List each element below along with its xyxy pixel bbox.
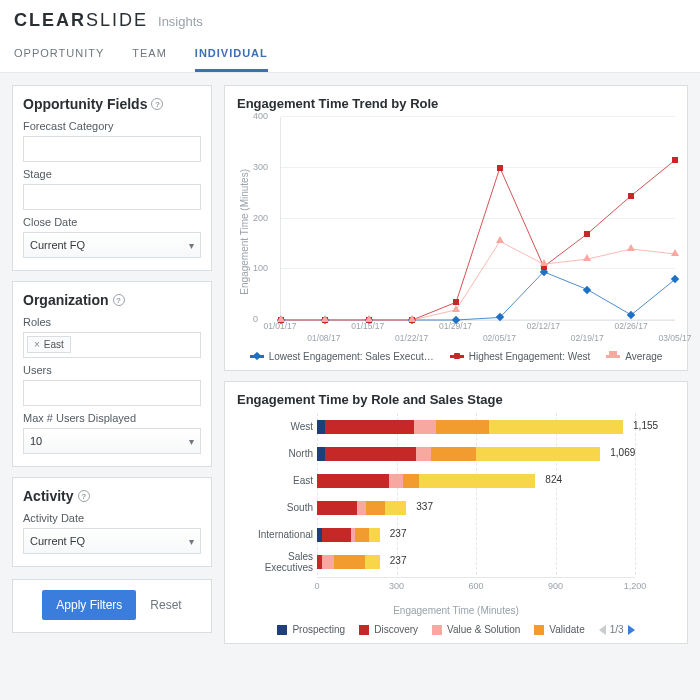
bar-value: 1,069 (610, 447, 635, 458)
bar-segment[interactable] (369, 528, 379, 542)
bar-segment[interactable] (322, 528, 351, 542)
help-icon[interactable]: ? (78, 490, 90, 502)
chevron-down-icon: ▾ (189, 240, 194, 251)
roles-input[interactable]: ×East (23, 332, 201, 358)
reset-link[interactable]: Reset (150, 598, 181, 612)
legend-swatch-icon (359, 625, 369, 635)
pager-prev-icon[interactable] (599, 625, 606, 635)
bar-segment[interactable] (357, 501, 366, 515)
chevron-down-icon: ▾ (189, 536, 194, 547)
field-label: Activity Date (23, 512, 201, 524)
bar-segment[interactable] (325, 420, 414, 434)
bar-segment[interactable] (416, 447, 431, 461)
organization-panel: Organization? Roles ×East Users Max # Us… (12, 281, 212, 467)
max-users-select[interactable]: 10▾ (23, 428, 201, 454)
help-icon[interactable]: ? (113, 294, 125, 306)
field-label: Stage (23, 168, 201, 180)
close-date-select[interactable]: Current FQ▾ (23, 232, 201, 258)
bar-segment[interactable] (317, 501, 357, 515)
bar-category-label: North (237, 448, 313, 459)
bar-segment[interactable] (317, 420, 325, 434)
role-chip[interactable]: ×East (27, 336, 71, 353)
apply-row: Apply Filters Reset (12, 579, 212, 633)
x-axis-ticks: 03006009001,200 (317, 577, 635, 591)
activity-panel: Activity? Activity Date Current FQ▾ (12, 477, 212, 567)
bar-category-label: Sales Executives (237, 551, 313, 573)
bar-segment[interactable] (334, 555, 364, 569)
chart-legend: Lowest Engagement: Sales Execut…Highest … (237, 351, 675, 362)
chart-legend: ProspectingDiscoveryValue & SolutionVali… (237, 624, 675, 635)
bar-segment[interactable] (322, 555, 334, 569)
legend-item[interactable]: Lowest Engagement: Sales Execut… (250, 351, 434, 362)
engagement-by-role-chart: Engagement Time by Role and Sales Stage … (224, 381, 688, 644)
apply-filters-button[interactable]: Apply Filters (42, 590, 136, 620)
bar-category-label: East (237, 475, 313, 486)
bar-segment[interactable] (414, 420, 437, 434)
bar-value: 337 (416, 501, 433, 512)
stage-input[interactable] (23, 184, 201, 210)
bar-segment[interactable] (389, 474, 404, 488)
activity-date-select[interactable]: Current FQ▾ (23, 528, 201, 554)
bar-segment[interactable] (355, 528, 370, 542)
close-icon[interactable]: × (34, 339, 40, 350)
bar-segment[interactable] (476, 447, 600, 461)
opportunity-fields-panel: Opportunity Fields? Forecast Category St… (12, 85, 212, 271)
bar-value: 1,155 (633, 420, 658, 431)
users-input[interactable] (23, 380, 201, 406)
x-axis-ticks: 01/01/1701/08/1701/15/1701/22/1701/29/17… (280, 321, 675, 347)
field-label: Users (23, 364, 201, 376)
bar-segment[interactable] (489, 420, 623, 434)
legend-item[interactable]: Prospecting (277, 624, 345, 635)
bar-segment[interactable] (325, 447, 416, 461)
bar-segment[interactable] (403, 474, 419, 488)
legend-swatch-icon (534, 625, 544, 635)
pager-text: 1/3 (610, 624, 624, 635)
legend-item[interactable]: Value & Solution (432, 624, 520, 635)
tab-opportunity[interactable]: OPPORTUNITY (14, 39, 104, 72)
legend-pager: 1/3 (599, 624, 635, 635)
bar-segment[interactable] (365, 555, 380, 569)
forecast-category-input[interactable] (23, 136, 201, 162)
chevron-down-icon: ▾ (189, 436, 194, 447)
legend-item[interactable]: Discovery (359, 624, 418, 635)
bar-segment[interactable] (431, 447, 476, 461)
help-icon[interactable]: ? (151, 98, 163, 110)
bar-segment[interactable] (366, 501, 385, 515)
bar-value: 824 (545, 474, 562, 485)
panel-title: Activity? (23, 488, 201, 504)
bar-value: 237 (390, 555, 407, 566)
filters-sidebar: Opportunity Fields? Forecast Category St… (12, 85, 212, 644)
tab-team[interactable]: TEAM (132, 39, 167, 72)
bar-segment[interactable] (436, 420, 489, 434)
bar-segment[interactable] (419, 474, 535, 488)
line-plot-area: 0100200300400 (280, 117, 675, 321)
legend-swatch-icon (432, 625, 442, 635)
legend-item[interactable]: Validate (534, 624, 584, 635)
app-header: CLEARSLIDE Insights OPPORTUNITYTEAMINDIV… (0, 0, 700, 73)
bar-segment[interactable] (317, 447, 325, 461)
chart-title: Engagement Time by Role and Sales Stage (237, 392, 675, 407)
engagement-trend-chart: Engagement Time Trend by Role Engagement… (224, 85, 688, 371)
bar-category-label: International (237, 529, 313, 540)
legend-item[interactable]: Average (606, 351, 662, 362)
legend-swatch-icon (250, 355, 264, 358)
field-label: Forecast Category (23, 120, 201, 132)
bar-value: 237 (390, 528, 407, 539)
main-content: Engagement Time Trend by Role Engagement… (224, 85, 688, 644)
bar-segment[interactable] (385, 501, 407, 515)
panel-title: Opportunity Fields? (23, 96, 201, 112)
pager-next-icon[interactable] (628, 625, 635, 635)
panel-title: Organization? (23, 292, 201, 308)
legend-item[interactable]: Highest Engagement: West (450, 351, 591, 362)
brand-sub: Insights (158, 14, 203, 29)
tab-individual[interactable]: INDIVIDUAL (195, 39, 268, 72)
field-label: Close Date (23, 216, 201, 228)
legend-swatch-icon (606, 355, 620, 358)
field-label: Max # Users Displayed (23, 412, 201, 424)
brand: CLEARSLIDE Insights (14, 10, 686, 31)
y-axis-label: Engagement Time (Minutes) (237, 169, 252, 295)
bar-segment[interactable] (317, 474, 389, 488)
legend-swatch-icon (277, 625, 287, 635)
nav-tabs: OPPORTUNITYTEAMINDIVIDUAL (14, 39, 686, 72)
chart-title: Engagement Time Trend by Role (237, 96, 675, 111)
